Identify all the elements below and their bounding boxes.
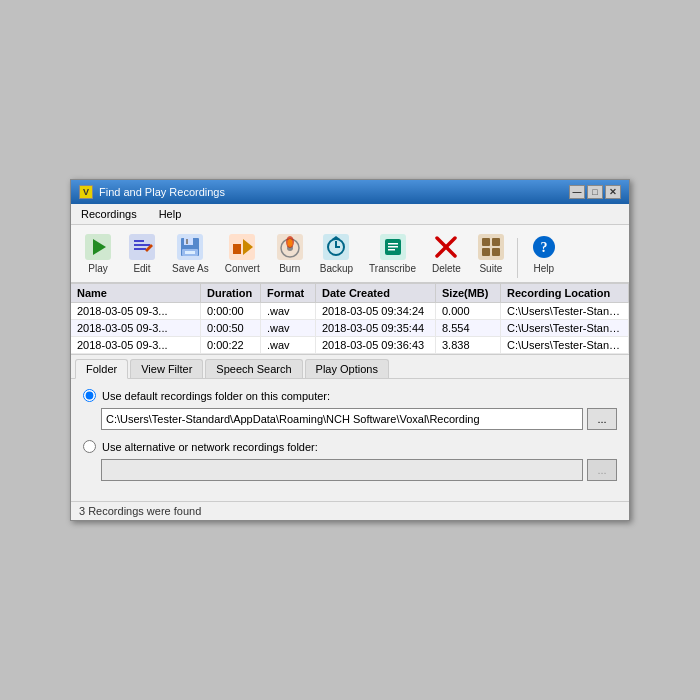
alt-browse-button: ...: [587, 459, 617, 481]
row2-size: 8.554: [436, 320, 501, 336]
svg-rect-9: [184, 238, 193, 245]
svg-point-20: [287, 239, 292, 247]
window-controls: — □ ✕: [569, 185, 621, 199]
convert-svg: [229, 234, 255, 260]
tabs-bar: Folder View Filter Speech Search Play Op…: [71, 355, 629, 379]
convert-button[interactable]: Convert: [218, 229, 267, 278]
edit-icon: [128, 233, 156, 261]
svg-rect-30: [478, 234, 504, 260]
row2-format: .wav: [261, 320, 316, 336]
main-window: V Find and Play Recordings — □ ✕ Recordi…: [70, 179, 630, 521]
svg-rect-26: [388, 246, 398, 248]
convert-label: Convert: [225, 263, 260, 274]
help-label: Help: [534, 263, 555, 274]
svg-rect-31: [482, 238, 490, 246]
col-duration: Duration: [201, 284, 261, 302]
menu-bar: Recordings Help: [71, 204, 629, 225]
svg-rect-27: [388, 249, 395, 251]
help-svg: ?: [531, 234, 557, 260]
title-bar-left: V Find and Play Recordings: [79, 185, 225, 199]
burn-button[interactable]: Burn: [269, 229, 311, 278]
burn-label: Burn: [279, 263, 300, 274]
tab-play-options[interactable]: Play Options: [305, 359, 389, 378]
svg-rect-5: [134, 240, 144, 242]
edit-button[interactable]: Edit: [121, 229, 163, 278]
minimize-button[interactable]: —: [569, 185, 585, 199]
transcribe-label: Transcribe: [369, 263, 416, 274]
row1-location: C:\Users\Tester-Standard\AppDat...: [501, 303, 629, 319]
folder-panel: Use default recordings folder on this co…: [71, 379, 629, 501]
table-header: Name Duration Format Date Created Size(M…: [71, 284, 629, 303]
app-icon: V: [79, 185, 93, 199]
row3-duration: 0:00:22: [201, 337, 261, 353]
svg-rect-25: [388, 243, 398, 245]
row2-duration: 0:00:50: [201, 320, 261, 336]
window-title: Find and Play Recordings: [99, 186, 225, 198]
tab-view-filter[interactable]: View Filter: [130, 359, 203, 378]
table-row[interactable]: 2018-03-05 09-3... 0:00:50 .wav 2018-03-…: [71, 320, 629, 337]
delete-button[interactable]: Delete: [425, 229, 468, 278]
toolbar: Play Edit: [71, 225, 629, 284]
convert-icon: [228, 233, 256, 261]
status-bar: 3 Recordings were found: [71, 501, 629, 520]
title-bar: V Find and Play Recordings — □ ✕: [71, 180, 629, 204]
burn-svg: [277, 234, 303, 260]
menu-help[interactable]: Help: [153, 206, 188, 222]
svg-rect-32: [492, 238, 500, 246]
svg-rect-4: [134, 248, 146, 250]
col-size: Size(MB): [436, 284, 501, 302]
help-button[interactable]: ? Help: [523, 229, 565, 278]
tab-speech-search[interactable]: Speech Search: [205, 359, 302, 378]
play-icon: [84, 233, 112, 261]
svg-rect-33: [482, 248, 490, 256]
svg-rect-34: [492, 248, 500, 256]
play-label: Play: [88, 263, 107, 274]
row3-date: 2018-03-05 09:36:43: [316, 337, 436, 353]
svg-rect-12: [185, 251, 195, 254]
tab-folder[interactable]: Folder: [75, 359, 128, 379]
close-button[interactable]: ✕: [605, 185, 621, 199]
save-as-button[interactable]: Save As: [165, 229, 216, 278]
table-body: 2018-03-05 09-3... 0:00:00 .wav 2018-03-…: [71, 303, 629, 354]
transcribe-icon: [379, 233, 407, 261]
save-svg: [177, 234, 203, 260]
radio-default[interactable]: [83, 389, 96, 402]
col-date: Date Created: [316, 284, 436, 302]
alt-path-input[interactable]: [101, 459, 583, 481]
menu-recordings[interactable]: Recordings: [75, 206, 143, 222]
transcribe-button[interactable]: Transcribe: [362, 229, 423, 278]
row3-size: 3.838: [436, 337, 501, 353]
suite-svg: [478, 234, 504, 260]
maximize-button[interactable]: □: [587, 185, 603, 199]
row2-location: C:\Users\Tester-Standard\AppDat...: [501, 320, 629, 336]
transcribe-svg: [380, 234, 406, 260]
default-browse-button[interactable]: ...: [587, 408, 617, 430]
table-row[interactable]: 2018-03-05 09-3... 0:00:00 .wav 2018-03-…: [71, 303, 629, 320]
delete-label: Delete: [432, 263, 461, 274]
row1-duration: 0:00:00: [201, 303, 261, 319]
col-format: Format: [261, 284, 316, 302]
row1-size: 0.000: [436, 303, 501, 319]
play-svg: [85, 234, 111, 260]
row1-date: 2018-03-05 09:34:24: [316, 303, 436, 319]
table-row[interactable]: 2018-03-05 09-3... 0:00:22 .wav 2018-03-…: [71, 337, 629, 354]
save-icon: [176, 233, 204, 261]
edit-svg: [129, 234, 155, 260]
row1-name: 2018-03-05 09-3...: [71, 303, 201, 319]
svg-text:?: ?: [540, 240, 547, 255]
row3-location: C:\Users\Tester-Standard\AppDat...: [501, 337, 629, 353]
radio-alt[interactable]: [83, 440, 96, 453]
suite-button[interactable]: Suite: [470, 229, 512, 278]
play-button[interactable]: Play: [77, 229, 119, 278]
default-path-input[interactable]: [101, 408, 583, 430]
status-message: 3 Recordings were found: [79, 505, 201, 517]
backup-button[interactable]: Backup: [313, 229, 360, 278]
radio-default-label: Use default recordings folder on this co…: [102, 390, 330, 402]
delete-svg: [433, 234, 459, 260]
recordings-table: Name Duration Format Date Created Size(M…: [71, 284, 629, 355]
backup-svg: [323, 234, 349, 260]
row1-format: .wav: [261, 303, 316, 319]
edit-label: Edit: [133, 263, 150, 274]
alt-path-row: ...: [101, 459, 617, 481]
col-name: Name: [71, 284, 201, 302]
